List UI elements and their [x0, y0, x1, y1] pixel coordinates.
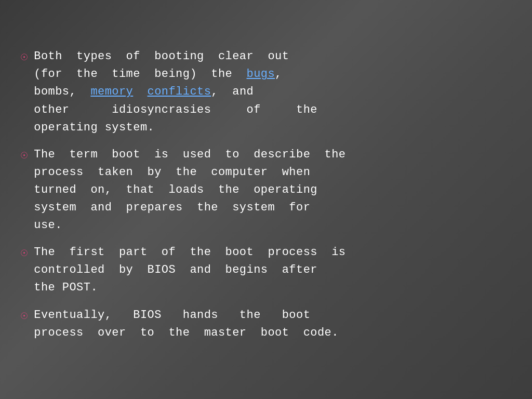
bullet-item-3: ☉ The first part of the boot process isc… [21, 244, 511, 297]
memory-link[interactable]: memory [90, 85, 133, 98]
bullet-item-4: ☉ Eventually, BIOS hands the bootprocess… [21, 307, 511, 342]
bullet-marker-1: ☉ [21, 49, 28, 66]
bullet-text-2: The term boot is used to describe thepro… [34, 146, 345, 234]
bullet-text-1: Both types of booting clear out(for the … [34, 48, 317, 136]
conflicts-link[interactable]: conflicts [148, 85, 211, 98]
bullet-item-2: ☉ The term boot is used to describe thep… [21, 146, 511, 234]
bullet-text-3: The first part of the boot process iscon… [34, 244, 345, 297]
bullet-marker-2: ☉ [21, 147, 28, 164]
slide: ☉ Both types of booting clear out(for th… [0, 0, 532, 399]
bugs-link[interactable]: bugs [247, 68, 275, 81]
bullet-marker-4: ☉ [21, 308, 28, 325]
bullet-item-1: ☉ Both types of booting clear out(for th… [21, 48, 511, 136]
bullet-text-4: Eventually, BIOS hands the bootprocess o… [34, 307, 339, 342]
bullet-marker-3: ☉ [21, 245, 28, 262]
